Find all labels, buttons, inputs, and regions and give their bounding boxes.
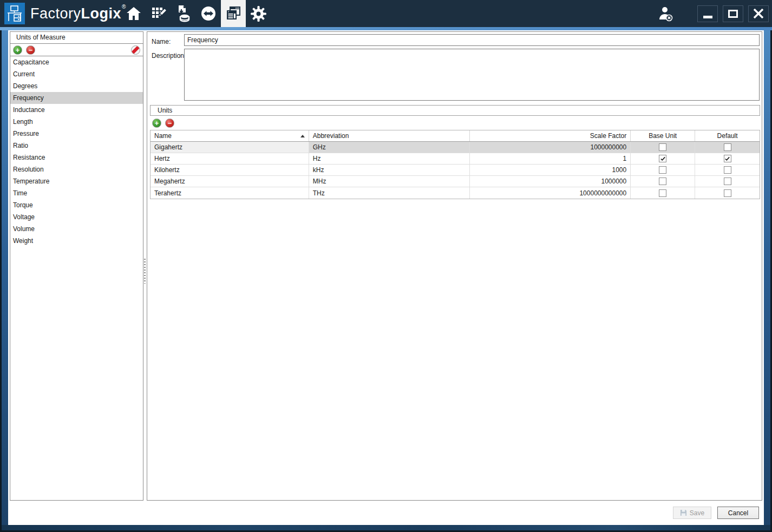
window-border-bottom: [2, 525, 770, 530]
sidebar-item-torque[interactable]: Torque: [10, 199, 143, 211]
titlebar: FactoryLogix®: [0, 0, 772, 27]
nav-settings[interactable]: [246, 0, 271, 27]
sidebar-toolbar: + −: [10, 44, 143, 56]
description-label: Description:: [152, 52, 186, 60]
sidebar-item-pressure[interactable]: Pressure: [10, 128, 143, 140]
unit-row-gigahertz[interactable]: GigahertzGHz1000000000: [151, 142, 760, 153]
sidebar-item-capacitance[interactable]: Capacitance: [10, 56, 143, 68]
nav-data-import[interactable]: [171, 0, 196, 27]
default-cell: [695, 176, 760, 187]
sidebar-item-voltage[interactable]: Voltage: [10, 211, 143, 223]
add-unit-button[interactable]: +: [152, 119, 161, 128]
sync-icon: [200, 5, 217, 22]
units-table-header: NameAbbreviationScale FactorBase UnitDef…: [151, 130, 760, 142]
default-checkbox[interactable]: [724, 166, 731, 174]
settings-gear-icon: [250, 5, 267, 23]
logoff-user-button[interactable]: [657, 5, 675, 22]
units-table-body: GigahertzGHz1000000000HertzHz1Kilohertzk…: [151, 142, 760, 199]
base-unit-checkbox[interactable]: [659, 166, 666, 174]
unit-row-terahertz[interactable]: TerahertzTHz1000000000000: [151, 187, 760, 199]
home-icon: [126, 5, 142, 22]
unit-abbreviation-cell[interactable]: GHz: [309, 142, 470, 153]
unit-name-cell[interactable]: Kilohertz: [151, 165, 309, 175]
save-button[interactable]: Save: [673, 507, 711, 519]
default-cell: [695, 153, 760, 164]
default-checkbox[interactable]: [724, 143, 731, 151]
maximize-icon: [728, 10, 738, 18]
unit-scale-factor-cell[interactable]: 1000: [470, 165, 631, 175]
nav-documents[interactable]: [221, 0, 246, 27]
unit-abbreviation-cell[interactable]: kHz: [309, 165, 470, 175]
base-unit-checkbox[interactable]: [659, 143, 666, 151]
nav-production-edit[interactable]: [146, 0, 171, 27]
add-measure-button[interactable]: +: [13, 45, 22, 55]
unit-row-hertz[interactable]: HertzHz1: [151, 153, 760, 165]
logoff-user-icon: [657, 5, 675, 22]
sidebar-item-inductance[interactable]: Inductance: [10, 104, 143, 116]
default-checkbox[interactable]: [724, 189, 731, 197]
panel-splitter-grip[interactable]: [144, 259, 146, 284]
sidebar-item-volume[interactable]: Volume: [10, 223, 143, 235]
remove-unit-button[interactable]: −: [165, 119, 174, 128]
brand-factory: Factory: [30, 5, 81, 22]
column-header-abbreviation[interactable]: Abbreviation: [309, 130, 470, 141]
unit-abbreviation-cell[interactable]: THz: [309, 187, 470, 199]
unit-name-cell[interactable]: Hertz: [151, 153, 309, 164]
add-icon: +: [16, 47, 20, 54]
default-checkbox[interactable]: [724, 178, 731, 185]
nav-home[interactable]: [121, 0, 146, 27]
cancel-button[interactable]: Cancel: [717, 507, 759, 519]
unit-scale-factor-cell[interactable]: 1000000: [470, 176, 631, 187]
sidebar-item-resistance[interactable]: Resistance: [10, 152, 143, 163]
base-unit-checkbox[interactable]: [659, 178, 666, 185]
sort-ascending-icon: [300, 135, 305, 137]
units-group-title: Units: [150, 105, 760, 116]
column-header-base-unit[interactable]: Base Unit: [631, 130, 695, 141]
unit-row-kilohertz[interactable]: KilohertzkHz1000: [151, 165, 760, 176]
column-header-label: Abbreviation: [313, 132, 349, 140]
sidebar-item-ratio[interactable]: Ratio: [10, 140, 143, 152]
titlebar-right-controls: [657, 0, 769, 27]
close-button[interactable]: [748, 5, 769, 22]
unit-scale-factor-cell[interactable]: 1000000000: [470, 142, 631, 153]
column-header-name[interactable]: Name: [151, 130, 309, 141]
column-header-default[interactable]: Default: [695, 130, 760, 141]
remove-measure-button[interactable]: −: [26, 45, 35, 55]
name-input[interactable]: [184, 34, 760, 46]
unit-scale-factor-cell[interactable]: 1000000000000: [470, 187, 631, 199]
block-edit-button[interactable]: [131, 45, 140, 55]
remove-icon: −: [29, 47, 33, 54]
sidebar-item-weight[interactable]: Weight: [10, 235, 143, 247]
default-checkbox[interactable]: [724, 155, 731, 162]
minimize-button[interactable]: [697, 5, 718, 22]
nav-sync[interactable]: [196, 0, 221, 27]
window-border-left: [2, 30, 8, 525]
sidebar-item-resolution[interactable]: Resolution: [10, 163, 143, 175]
unit-row-megahertz[interactable]: MegahertzMHz1000000: [151, 176, 760, 187]
column-header-label: Default: [717, 132, 738, 140]
sidebar-item-degrees[interactable]: Degrees: [10, 80, 143, 92]
base-unit-checkbox[interactable]: [659, 155, 666, 162]
column-header-scale-factor[interactable]: Scale Factor: [470, 130, 631, 141]
unit-abbreviation-cell[interactable]: MHz: [309, 176, 470, 187]
unit-name-cell[interactable]: Terahertz: [151, 187, 309, 199]
base-unit-checkbox[interactable]: [659, 189, 666, 197]
units-toolbar: + −: [150, 116, 760, 130]
unit-name-cell[interactable]: Megahertz: [151, 176, 309, 187]
base-unit-cell: [631, 176, 695, 187]
sidebar-item-frequency[interactable]: Frequency: [10, 92, 143, 104]
sidebar-item-current[interactable]: Current: [10, 68, 143, 80]
unit-scale-factor-cell[interactable]: 1: [470, 153, 631, 164]
app-title: FactoryLogix®: [30, 4, 126, 22]
sidebar-item-temperature[interactable]: Temperature: [10, 175, 143, 187]
unit-abbreviation-cell[interactable]: Hz: [309, 153, 470, 164]
column-header-label: Name: [154, 132, 172, 140]
default-cell: [695, 187, 760, 199]
unit-name-cell[interactable]: Gigahertz: [151, 142, 309, 153]
sidebar-item-time[interactable]: Time: [10, 187, 143, 199]
maximize-button[interactable]: [723, 5, 743, 22]
sidebar-item-length[interactable]: Length: [10, 116, 143, 128]
description-input[interactable]: [184, 49, 760, 101]
cancel-button-label: Cancel: [728, 509, 748, 517]
check-icon: [660, 156, 666, 162]
